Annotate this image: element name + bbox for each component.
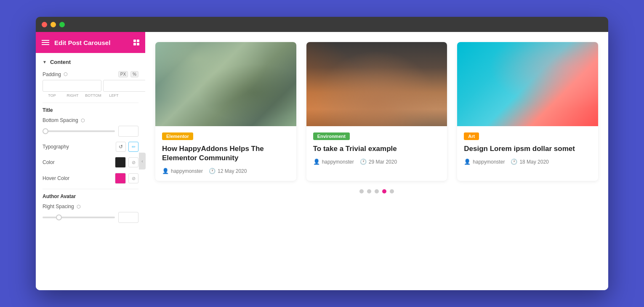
sidebar-header: Edit Post Carousel [36,32,145,53]
bottom-spacing-field: Bottom Spacing ⬡ [43,117,138,137]
browser-content: Edit Post Carousel ▼ Content Padding ⬡ [36,32,608,290]
right-spacing-monitor-icon: ⬡ [77,204,81,209]
card-1-image [155,42,296,126]
carousel-dot-2[interactable] [367,189,371,193]
bottom-spacing-value[interactable] [118,126,138,137]
monitor-icon: ⬡ [64,71,68,77]
typography-row: Typography ↺ ✏ [43,142,138,152]
bottom-spacing-monitor-icon: ⬡ [81,118,85,123]
percent-badge[interactable]: % [130,71,138,77]
sidebar: Edit Post Carousel ▼ Content Padding ⬡ [36,32,145,290]
card-3-body: Art Design Lorem ipsm dollar somet 👤 hap… [457,126,598,172]
color-swatch[interactable] [115,157,126,168]
content-section-label: Content [50,59,71,65]
bottom-spacing-label: Bottom Spacing ⬡ [43,117,138,123]
card-3: Art Design Lorem ipsm dollar somet 👤 hap… [457,42,598,181]
cards-grid: Elementor How HappyAddons Helps The Elem… [155,42,598,181]
author-avatar-label: Author Avatar [43,193,138,199]
carousel-dot-4[interactable] [382,189,386,193]
typography-actions: ↺ ✏ [116,142,138,152]
divider-1 [43,103,138,103]
hamburger-menu-icon[interactable] [42,40,49,45]
clock-icon-2: 🕐 [360,159,367,165]
card-1-body: Elementor How HappyAddons Helps The Elem… [155,126,296,181]
card-1-date: 🕐 12 May 2020 [209,168,247,174]
typography-edit-button[interactable]: ✏ [128,142,138,152]
grid-icon[interactable] [133,40,139,45]
person-icon-2: 👤 [313,159,320,165]
card-3-tag[interactable]: Art [464,132,479,140]
card-1: Elementor How HappyAddons Helps The Elem… [155,42,296,181]
bottom-spacing-slider[interactable] [43,130,115,132]
person-icon-3: 👤 [464,159,471,165]
divider-2 [43,189,138,189]
typography-refresh-button[interactable]: ↺ [116,142,126,152]
carousel-dots [155,189,598,193]
carousel-dot-1[interactable] [359,189,364,193]
card-2-body: Environment To take a Trivial example 👤 … [306,126,447,172]
card-2-date: 🕐 29 Mar 2020 [360,159,397,165]
card-1-tag[interactable]: Elementor [162,132,193,140]
padding-top-input[interactable] [43,80,101,92]
card-3-author: 👤 happymonster [464,159,505,165]
sidebar-title: Edit Post Carousel [54,39,128,46]
card-2-title: To take a Trivial example [313,144,441,154]
card-2-author: 👤 happymonster [313,159,354,165]
carousel-dot-5[interactable] [390,189,394,193]
padding-field: Padding ⬡ PX % 🔗 TOP [43,71,138,98]
hover-color-row: Hover Color ⊘ [43,173,138,184]
right-spacing-slider[interactable] [43,217,115,218]
carousel-dot-3[interactable] [375,189,379,193]
color-label: Color [43,159,55,165]
browser-window: Edit Post Carousel ▼ Content Padding ⬡ [36,17,608,290]
hover-color-swatch[interactable] [115,173,126,184]
card-2-meta: 👤 happymonster 🕐 29 Mar 2020 [313,159,441,165]
card-3-date: 🕐 18 May 2020 [511,159,548,165]
browser-titlebar [36,17,608,32]
px-badge[interactable]: PX [118,71,128,77]
padding-label: Padding ⬡ PX % [43,71,138,77]
typography-label: Typography [43,144,69,150]
card-1-author: 👤 happymonster [162,168,203,174]
right-spacing-value[interactable]: 10 [118,212,138,223]
padding-labels: TOP RIGHT BOTTOM LEFT [43,93,138,98]
close-button[interactable] [42,22,47,27]
minimize-button[interactable] [51,22,56,27]
clock-icon-3: 🕐 [511,159,517,165]
bottom-spacing-slider-row [43,126,138,137]
right-spacing-field: Right Spacing ⬡ 10 [43,204,138,223]
card-1-title: How HappyAddons Helps The Elementor Comm… [162,144,290,163]
person-icon: 👤 [162,168,169,174]
content-section-header[interactable]: ▼ Content [43,59,138,65]
color-row: Color ⊘ [43,157,138,168]
hover-color-reset-button[interactable]: ⊘ [128,173,138,183]
right-spacing-label: Right Spacing ⬡ [43,204,138,209]
hover-color-controls: ⊘ [115,173,138,184]
hover-color-label: Hover Color [43,175,69,181]
card-2: Environment To take a Trivial example 👤 … [306,42,447,181]
main-content: Elementor How HappyAddons Helps The Elem… [145,32,608,290]
title-section-label: Title [43,107,138,113]
padding-inputs: 🔗 [43,80,138,92]
card-1-meta: 👤 happymonster 🕐 12 May 2020 [162,168,290,174]
card-2-tag[interactable]: Environment [313,132,350,140]
card-3-image [457,42,598,126]
collapse-handle[interactable]: ‹ [139,153,146,169]
color-reset-button[interactable]: ⊘ [128,157,138,167]
sidebar-body: ▼ Content Padding ⬡ PX % [36,53,145,290]
maximize-button[interactable] [59,22,65,27]
card-2-image [306,42,447,126]
right-spacing-slider-row: 10 [43,212,138,223]
clock-icon: 🕐 [209,168,216,174]
section-arrow-icon: ▼ [43,60,47,64]
card-3-title: Design Lorem ipsm dollar somet [464,144,591,154]
card-3-meta: 👤 happymonster 🕐 18 May 2020 [464,159,591,165]
color-controls: ⊘ [115,157,138,168]
padding-right-input[interactable] [103,80,145,92]
